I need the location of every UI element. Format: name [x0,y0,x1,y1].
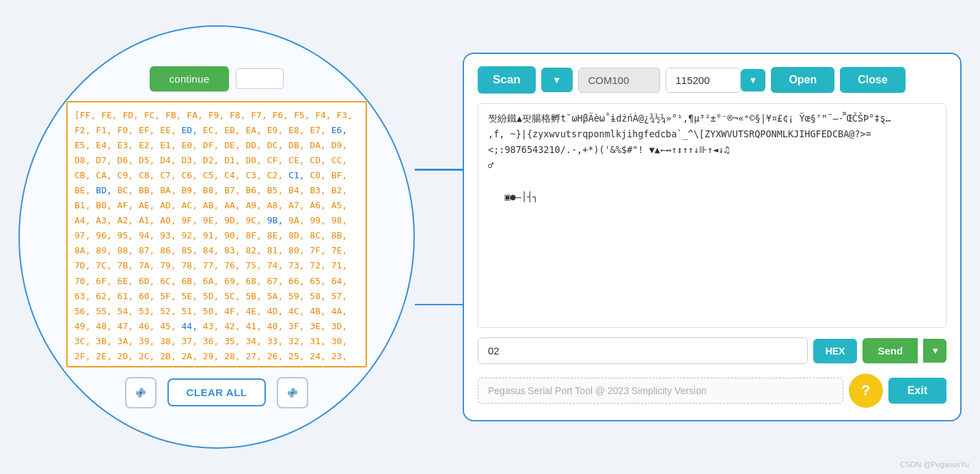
fan-left-button[interactable] [125,377,156,408]
connector-lines [415,169,463,305]
baud-rate-input[interactable] [666,68,741,93]
send-row: HEX Send ▼ [478,337,947,364]
left-panel: continue [FF, FE, FD, FC, FB, FA, F9, F8… [18,25,415,449]
close-button[interactable]: Close [840,67,906,93]
send-input[interactable] [478,337,808,364]
hex-display[interactable]: [FF, FE, FD, FC, FB, FA, F9, F8, F7, F6,… [66,101,367,367]
clear-all-button[interactable]: CLEAR ALL [167,378,267,406]
scan-dropdown-button[interactable]: ▼ [541,68,573,92]
send-dropdown-button[interactable]: ▼ [923,339,947,363]
connector-top [415,169,463,171]
svg-point-1 [291,391,294,394]
fan-right-icon [285,385,300,400]
baud-dropdown-button[interactable]: ▼ [741,69,766,92]
bottom-controls: CLEAR ALL [125,377,309,408]
footer-row: Pegasus Serial Port Tool @ 2023 Simplici… [478,374,947,408]
status-box: Pegasus Serial Port Tool @ 2023 Simplici… [478,378,843,404]
send-button[interactable]: Send [862,338,918,363]
exit-button[interactable]: Exit [888,378,947,404]
scan-button[interactable]: Scan [478,66,536,94]
open-button[interactable]: Open [771,67,834,93]
com-port-input[interactable] [578,68,660,93]
receive-content: 짯紛鐵▲팟腸格孵t˘ωHβÄèω˚ɨdżńÀ@¿¾½¼»°¹,¶μ³²±°⁻®¬… [488,113,891,202]
hex-data-blue: ED, [182,125,203,135]
help-button[interactable]: ? [849,374,883,408]
watermark: CSDN @PegasusYu [900,460,969,469]
receive-area: 짯紛鐵▲팟腸格孵t˘ωHβÄèω˚ɨdżńÀ@¿¾½¼»°¹,¶μ³²±°⁻®¬… [478,103,947,328]
hex-button[interactable]: HEX [813,339,858,363]
toolbar: Scan ▼ ▼ Open Close [478,66,947,94]
continue-input[interactable] [236,68,284,89]
connector-bottom [415,304,463,306]
fan-left-icon [133,385,148,400]
left-panel-inner: continue [FF, FE, FD, FC, FB, FA, F9, F8… [25,59,408,415]
continue-button[interactable]: continue [150,66,228,92]
right-panel: Scan ▼ ▼ Open Close 짯紛鐵▲팟腸格孵t˘ωHβÄèω˚ɨdż… [463,53,962,421]
fan-right-button[interactable] [277,377,308,408]
main-container: continue [FF, FE, FD, FC, FB, FA, F9, F8… [18,25,962,449]
baud-group: ▼ [666,68,766,93]
svg-point-0 [139,391,142,394]
